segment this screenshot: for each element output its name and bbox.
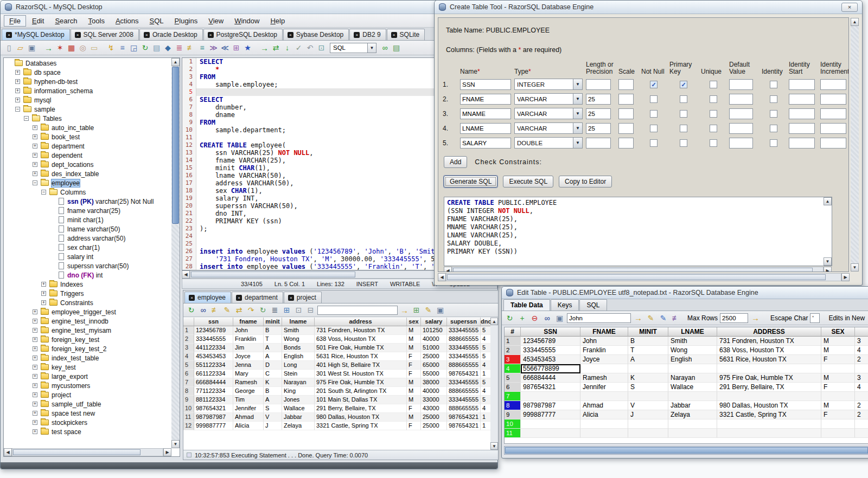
cell[interactable]: Jones	[282, 396, 315, 404]
table-row[interactable]: 5666884444RameshKNarayan975 Fire Oak, Hu…	[505, 373, 868, 383]
generate-icon[interactable]: ↷	[246, 305, 256, 315]
sql-scroll-down-icon[interactable]: ▼	[824, 257, 832, 266]
cell[interactable]: B	[264, 326, 282, 335]
not-null-checkbox[interactable]	[650, 110, 658, 118]
cell[interactable]: Smith	[282, 326, 315, 335]
tree-item[interactable]: +Triggers	[4, 289, 171, 298]
cell[interactable]: George	[233, 387, 264, 396]
cell[interactable]	[580, 419, 628, 429]
cell[interactable]: 101250	[421, 326, 447, 335]
expand-icon[interactable]: +	[41, 291, 46, 296]
cell[interactable]: Stein	[282, 370, 315, 378]
cell[interactable]: 987987987	[521, 401, 580, 410]
cell[interactable]: M	[821, 337, 855, 346]
close-tab-icon[interactable]: ×	[236, 295, 242, 301]
cell[interactable]: Franklin	[233, 335, 264, 344]
cell[interactable]: M	[821, 373, 855, 383]
results-tab-department[interactable]: ×department	[232, 292, 283, 303]
unique-checkbox[interactable]	[710, 81, 717, 88]
describe-icon[interactable]: ≡	[117, 43, 127, 53]
tree-item[interactable]: +Indexes	[4, 280, 171, 289]
cell[interactable]: 25000	[421, 422, 447, 430]
column-type-select[interactable]: INTEGER▼	[514, 79, 583, 90]
connection-tab[interactable]: ×PostgreSQL Desktop	[203, 29, 283, 40]
expand-icon[interactable]: +	[33, 374, 37, 379]
save-results-icon[interactable]: ▣	[435, 305, 445, 315]
cell[interactable]: 453453453	[194, 352, 233, 361]
expand-icon[interactable]: +	[33, 365, 37, 370]
save-icon[interactable]: ▣	[554, 313, 565, 323]
tree-item[interactable]: +test space	[4, 427, 171, 436]
results-scroll-down-icon[interactable]: ▼	[490, 442, 498, 450]
cell[interactable]	[580, 364, 628, 373]
window-icon[interactable]: ⊞	[282, 305, 292, 315]
cell[interactable]: M	[407, 335, 421, 344]
max-rows-input[interactable]	[720, 313, 748, 323]
default-value-input[interactable]	[729, 108, 753, 119]
tree-item[interactable]: +foreign_key_test	[4, 335, 171, 344]
cell[interactable]: V	[628, 401, 668, 410]
column-header-salary[interactable]: salary	[421, 318, 447, 326]
expand-icon[interactable]: +	[33, 346, 37, 351]
fetch-icon[interactable]: ↓	[282, 43, 292, 53]
execute-all-icon[interactable]: ⇄	[271, 43, 281, 53]
cell[interactable]: Zelaya	[668, 410, 717, 419]
cell[interactable]: 291 Berry, Bellaire, TX	[315, 404, 407, 413]
results-tab-project[interactable]: ×project	[284, 292, 322, 303]
cell[interactable]: Franklin	[580, 346, 628, 355]
close-tab-icon[interactable]: ×	[144, 32, 150, 38]
tree-item[interactable]: salary int	[4, 252, 171, 261]
expand-icon[interactable]: +	[33, 144, 37, 148]
scale-input[interactable]	[618, 94, 634, 105]
connection-tab[interactable]: ×DB2 9	[349, 29, 386, 40]
clipboard-icon[interactable]: ⊡	[316, 43, 327, 53]
cell[interactable]: 975 Fire Oak, Humble TX	[717, 373, 821, 383]
tree-item[interactable]: +mycustomers	[4, 381, 171, 390]
cell[interactable]: F	[407, 352, 421, 361]
connect-icon[interactable]: →	[43, 43, 54, 53]
results-tab-employee[interactable]: ×employee	[184, 292, 231, 303]
tree-item[interactable]: +hyphen-db-test	[4, 77, 171, 86]
cell[interactable]: 333445555	[447, 326, 481, 335]
cell[interactable]: 33000	[421, 396, 447, 404]
cell[interactable]: 4	[481, 404, 490, 413]
identity-increment-input[interactable]	[820, 138, 846, 148]
edit-cell-icon[interactable]: ✎	[222, 305, 232, 315]
menu-sql[interactable]: SQL	[145, 16, 169, 26]
cell[interactable]: 301 West St. Houston TX	[315, 370, 407, 378]
cell[interactable]: 5	[481, 352, 490, 361]
collapse-icon[interactable]: −	[15, 107, 20, 112]
not-null-checkbox[interactable]	[650, 125, 658, 132]
cell[interactable]: M	[407, 378, 421, 387]
cell[interactable]: F	[821, 410, 855, 419]
cell[interactable]: 3321 Castle, Spring TX	[717, 410, 821, 419]
cell[interactable]: Joyce	[233, 352, 264, 361]
format1-icon[interactable]: ≢	[186, 43, 196, 53]
cell[interactable]: Ramesh	[233, 378, 264, 387]
format2-icon[interactable]: ≡	[197, 43, 207, 53]
cell[interactable]: S	[628, 383, 668, 392]
cell[interactable]: F	[821, 383, 855, 392]
identity-increment-input[interactable]	[820, 79, 846, 90]
favorites-icon[interactable]: ★	[242, 43, 253, 53]
expand-icon[interactable]: +	[33, 402, 37, 406]
table-row[interactable]: 2333445555FranklinTWong638 Voss, Houston…	[183, 335, 490, 344]
chevron-down-icon[interactable]: ▼	[367, 43, 376, 53]
expand-icon[interactable]: +	[33, 162, 37, 167]
not-null-checkbox[interactable]	[650, 139, 658, 147]
cell[interactable]	[521, 429, 580, 438]
expand-icon[interactable]: +	[15, 98, 20, 102]
filter-icon[interactable]: ≢	[210, 305, 220, 315]
cell[interactable]: A	[628, 355, 668, 364]
scale-input[interactable]	[618, 79, 634, 90]
cell[interactable]: Narayan	[282, 378, 315, 387]
menu-plugins[interactable]: Plugins	[170, 16, 203, 26]
cell[interactable]: Mary	[233, 370, 264, 378]
doc-search-icon[interactable]: ◲	[129, 43, 139, 53]
column-header-lname[interactable]: lname	[282, 318, 315, 326]
cell[interactable]: Jim	[233, 344, 264, 352]
cell[interactable]: D	[264, 361, 282, 370]
identity-checkbox[interactable]	[770, 110, 777, 118]
expand-icon[interactable]: +	[33, 356, 37, 360]
column-header-sex[interactable]: sex	[407, 318, 421, 326]
